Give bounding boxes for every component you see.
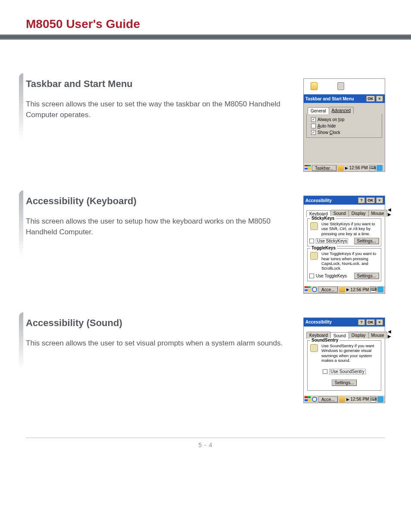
taskbar-app-button[interactable]: Taskbar... (312, 165, 336, 171)
stickykeys-group: StickyKeys Use StickyKeys if you want to… (307, 218, 381, 246)
section-desc: This screen allows the user to set the w… (26, 99, 290, 120)
window-title: Accessibility (305, 320, 357, 324)
screenshot-accessibility-keyboard: Accessibility OK Keyboard Sound Display … (303, 196, 385, 294)
opt-auto-hide[interactable]: Auto hide (308, 123, 380, 129)
tray-icon (338, 165, 344, 171)
togglekeys-icon (309, 251, 319, 261)
page-footer: 5 - 4 (26, 442, 385, 448)
tray-icon (339, 396, 345, 402)
group-legend: StickyKeys (310, 216, 336, 221)
use-stickykeys-label[interactable]: Use StickyKeys (316, 238, 348, 244)
checkbox-icon[interactable] (309, 274, 314, 278)
settings-button[interactable]: Settings... (354, 273, 379, 279)
accessibility-tray-icon (312, 287, 317, 292)
opt-always-on-top[interactable]: Always on top (308, 116, 380, 123)
stickykeys-desc: Use StickyKeys if you want to use Shift,… (321, 221, 379, 236)
tab-general[interactable]: General (308, 107, 329, 114)
clock: 12:56 PM (349, 165, 368, 170)
group-legend: ToggleKeys (310, 246, 337, 250)
section-heading: Taskbar and Start Menu (26, 78, 290, 90)
close-button[interactable] (376, 96, 383, 102)
checkbox-icon (311, 117, 316, 122)
soundsentry-desc: Use SoundSentry if you want Windows to g… (321, 343, 379, 363)
section-heading: Accessibility (Keyboard) (26, 196, 290, 207)
sip-icon[interactable]: ⌨ (370, 286, 376, 292)
tab-scroll-icon[interactable]: ◀ ▶ (387, 329, 392, 339)
close-button[interactable] (376, 197, 383, 203)
tab-advanced[interactable]: Advanced (329, 107, 354, 114)
desktop-icon[interactable] (377, 396, 383, 402)
tabs-row: General Advanced (306, 106, 382, 114)
clock: 12:56 PM (351, 287, 369, 292)
footer-rule (26, 438, 385, 438)
screenshot-accessibility-sound: Accessibility OK Keyboard Sound Display … (303, 317, 385, 404)
dialog-body: Keyboard Sound Display Mouse ◀ ▶ StickyK… (304, 205, 385, 286)
tab-display[interactable]: Display (349, 210, 369, 217)
section-accessibility-sound: Accessibility (Sound) This screen allows… (26, 317, 385, 404)
clock: 12:56 PM (351, 397, 369, 401)
checkbox-icon[interactable] (323, 369, 327, 374)
settings-button[interactable]: Settings... (354, 238, 379, 244)
desktop-icon[interactable] (377, 165, 383, 171)
window-title: Taskbar and Start Menu (305, 96, 365, 101)
stickykeys-icon (309, 221, 319, 231)
start-icon[interactable] (305, 286, 311, 292)
desktop-recycle-icon (337, 82, 344, 90)
section-taskbar: Taskbar and Start Menu This screen allow… (26, 78, 385, 172)
close-button[interactable] (376, 319, 383, 325)
tabs-row: Keyboard Sound Display Mouse ◀ ▶ (306, 207, 382, 217)
use-togglekeys-label[interactable]: Use ToggleKeys (316, 274, 347, 278)
togglekeys-group: ToggleKeys Use ToggleKeys if you want to… (307, 248, 381, 281)
start-icon[interactable] (305, 396, 311, 402)
screenshot-taskbar: Taskbar and Start Menu OK General Advanc… (303, 78, 385, 172)
desktop-doc-icon (311, 82, 318, 90)
sip-icon[interactable]: ⌨ (370, 396, 376, 402)
ok-button[interactable]: OK (366, 96, 375, 102)
tray-icon (339, 286, 345, 292)
ok-button[interactable]: OK (366, 197, 375, 203)
settings-button[interactable]: Settings... (332, 380, 357, 386)
page-title: M8050 User's Guide (26, 17, 385, 31)
desktop-icons (304, 79, 385, 94)
window-titlebar: Accessibility OK (304, 318, 385, 327)
taskbar-app-button[interactable]: Acce... (318, 396, 338, 402)
group-legend: SoundSentry (310, 338, 339, 342)
tabs-row: Keyboard Sound Display Mouse ◀ ▶ (306, 329, 382, 339)
arrow-icon: ▶ (345, 166, 348, 170)
taskbar-app-button[interactable]: Acce... (318, 286, 338, 292)
section-desc: This screen allows the user to setup how… (26, 216, 290, 237)
arrow-icon: ▶ (346, 397, 349, 401)
soundsentry-icon (309, 343, 319, 353)
window-titlebar: Taskbar and Start Menu OK (304, 94, 385, 103)
section-heading: Accessibility (Sound) (26, 317, 290, 329)
section-accessibility-keyboard: Accessibility (Keyboard) This screen all… (26, 196, 385, 294)
start-icon[interactable] (305, 165, 311, 171)
tab-display[interactable]: Display (349, 332, 369, 339)
desktop-icon[interactable] (377, 286, 383, 292)
help-button[interactable] (358, 319, 365, 325)
ok-button[interactable]: OK (366, 319, 375, 325)
window-title: Accessibility (305, 198, 357, 203)
taskbar-statusbar: Acce... ▶ 12:56 PM ⌨ (304, 286, 385, 293)
dialog-body: Keyboard Sound Display Mouse ◀ ▶ SoundSe… (304, 327, 385, 395)
tab-mouse[interactable]: Mouse (368, 210, 387, 217)
window-titlebar: Accessibility OK (304, 196, 385, 205)
checkbox-icon (311, 124, 316, 128)
checkbox-icon (311, 130, 316, 135)
tab-scroll-icon[interactable]: ◀ ▶ (387, 207, 392, 217)
opt-show-clock[interactable]: Show Clock (308, 129, 380, 136)
togglekeys-desc: Use ToggleKeys if you want to hear tones… (321, 251, 379, 271)
taskbar-statusbar: Acce... ▶ 12:56 PM ⌨ (304, 395, 385, 403)
help-button[interactable] (358, 197, 365, 203)
title-rule (0, 34, 411, 40)
use-soundsentry-label[interactable]: Use SoundSentry (329, 369, 365, 374)
taskbar-statusbar: Taskbar... ▶ 12:56 PM ⌨ (304, 164, 385, 171)
section-desc: This screen allows the user to set visua… (26, 338, 290, 349)
arrow-icon: ▶ (346, 287, 349, 292)
soundsentry-group: SoundSentry Use SoundSentry if you want … (307, 340, 381, 391)
sip-icon[interactable]: ⌨ (369, 165, 375, 171)
checkbox-icon[interactable] (309, 239, 314, 243)
accessibility-tray-icon (312, 397, 317, 402)
tab-mouse[interactable]: Mouse (368, 332, 387, 339)
